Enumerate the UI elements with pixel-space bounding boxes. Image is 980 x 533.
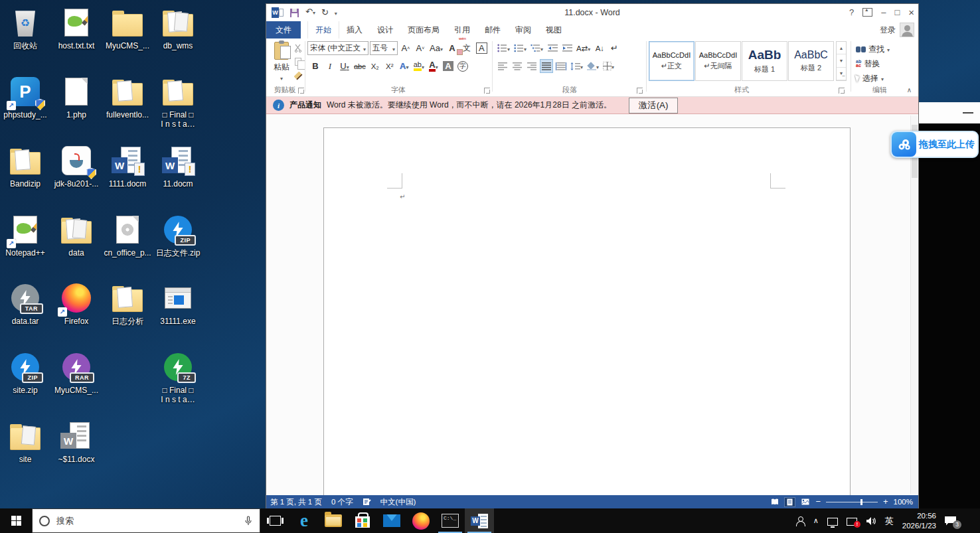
align-left-button[interactable] bbox=[496, 59, 509, 73]
desktop-icon-myucms-folder[interactable]: MyuCMS_... bbox=[102, 5, 153, 50]
people-icon[interactable] bbox=[795, 516, 805, 526]
bullets-button[interactable] bbox=[496, 41, 511, 55]
start-button[interactable] bbox=[0, 508, 32, 533]
zoom-out-button[interactable]: − bbox=[815, 498, 821, 505]
desktop-icon-notepadpp[interactable]: ↗ Notepad++ bbox=[0, 212, 50, 258]
styles-scroll-down[interactable]: ▼ bbox=[837, 54, 846, 67]
align-right-button[interactable] bbox=[525, 59, 538, 73]
desktop-icon-myucms-rar[interactable]: RAR MyuCMS_... bbox=[51, 350, 102, 395]
taskbar-clock[interactable]: 20:56 2026/1/23 bbox=[902, 511, 936, 531]
style-no-spacing[interactable]: AaBbCcDdI↵无间隔 bbox=[695, 41, 741, 81]
desktop-icon-data-tar[interactable]: TAR data.tar bbox=[0, 281, 50, 326]
find-button[interactable]: 查找 bbox=[856, 43, 890, 55]
print-layout-button[interactable] bbox=[785, 498, 795, 506]
clear-formatting-button[interactable]: A bbox=[446, 41, 459, 55]
desktop-icon-log-analysis[interactable]: 日志分析 bbox=[102, 281, 153, 326]
shading-button[interactable] bbox=[586, 59, 600, 73]
highlight-color-button[interactable]: ab bbox=[412, 59, 426, 73]
proofing-icon[interactable] bbox=[363, 498, 371, 506]
desktop-icon-data-folder[interactable]: data bbox=[51, 212, 102, 258]
paragraph-dialog-launcher[interactable] bbox=[637, 88, 643, 94]
increase-indent-button[interactable] bbox=[560, 41, 574, 55]
bold-button[interactable]: B bbox=[309, 59, 322, 73]
italic-button[interactable]: I bbox=[323, 59, 337, 73]
avatar[interactable] bbox=[900, 23, 914, 37]
desktop-icon-final-insta-7z[interactable]: 7Z □ Final □ I n s t a… bbox=[153, 350, 203, 405]
taskbar-edge[interactable]: e bbox=[289, 508, 319, 533]
tab-home[interactable]: 开始 bbox=[307, 21, 339, 38]
clipboard-dialog-launcher[interactable] bbox=[298, 88, 304, 94]
desktop-icon-final-insta-folder[interactable]: □ Final □ I n s t a… bbox=[153, 74, 203, 129]
help-button[interactable]: ? bbox=[849, 7, 854, 17]
tab-design[interactable]: 设计 bbox=[370, 21, 400, 38]
line-spacing-button[interactable] bbox=[569, 59, 584, 73]
enclose-characters-button[interactable]: 字 bbox=[456, 59, 469, 73]
shrink-font-button[interactable]: A˅ bbox=[414, 41, 427, 55]
desktop-icon-site-folder[interactable]: site bbox=[0, 419, 50, 464]
format-painter-button[interactable] bbox=[293, 70, 303, 81]
desktop-icon-1-php[interactable]: 1.php bbox=[51, 74, 102, 119]
font-name-combo[interactable]: 宋体 (中文正文 bbox=[307, 41, 368, 55]
zoom-slider[interactable] bbox=[826, 502, 878, 502]
style-heading1[interactable]: AaBb标题 1 bbox=[742, 41, 787, 81]
multilevel-list-button[interactable] bbox=[529, 41, 544, 55]
distribute-button[interactable] bbox=[554, 59, 568, 73]
network-icon[interactable] bbox=[827, 518, 838, 526]
decrease-indent-button[interactable] bbox=[546, 41, 559, 55]
maximize-button[interactable]: □ bbox=[894, 7, 900, 17]
desktop-icon-jdk-installer[interactable]: jdk-8u201-... bbox=[51, 143, 102, 189]
sign-in-link[interactable]: 登录 bbox=[880, 25, 896, 36]
word-count[interactable]: 0 个字 bbox=[331, 497, 353, 507]
collapse-ribbon-button[interactable]: ∧ bbox=[907, 86, 912, 94]
underline-button[interactable]: U bbox=[338, 59, 351, 73]
taskbar-store[interactable] bbox=[348, 508, 377, 533]
desktop-icon-temp-docx[interactable]: W ~$11.docx bbox=[51, 419, 102, 464]
replace-button[interactable]: abac 替换 bbox=[856, 58, 880, 70]
tab-file[interactable]: 文件 bbox=[266, 21, 301, 38]
strikethrough-button[interactable]: abc bbox=[353, 59, 367, 73]
tab-mailings[interactable]: 邮件 bbox=[477, 21, 508, 38]
paste-button[interactable]: 粘贴 bbox=[270, 41, 293, 88]
tab-layout[interactable]: 页面布局 bbox=[400, 21, 447, 38]
tray-chevron-icon[interactable]: ∧ bbox=[813, 516, 819, 525]
font-dialog-launcher[interactable] bbox=[484, 88, 490, 94]
taskbar-cmd[interactable]: C:\_ bbox=[436, 508, 465, 533]
style-heading2[interactable]: AaBbC标题 2 bbox=[788, 41, 834, 81]
superscript-button[interactable]: X² bbox=[383, 59, 396, 73]
desktop-icon-logs-zip[interactable]: ZIP 日志文件.zip bbox=[153, 212, 203, 258]
copy-button[interactable] bbox=[293, 56, 303, 67]
alert-icon[interactable]: ! bbox=[847, 518, 857, 526]
desktop-icon-db-wms[interactable]: db_wms bbox=[153, 5, 203, 50]
zoom-slider-thumb[interactable] bbox=[860, 499, 862, 505]
desktop-icon-1111-docm[interactable]: W ! 1111.docm bbox=[102, 143, 153, 189]
numbering-button[interactable] bbox=[513, 41, 528, 55]
align-center-button[interactable] bbox=[511, 59, 524, 73]
style-normal[interactable]: AaBbCcDdI↵正文 bbox=[649, 41, 694, 81]
select-button[interactable]: 选择 bbox=[856, 72, 884, 84]
desktop-icon-31111-exe[interactable]: 31111.exe bbox=[153, 281, 203, 326]
language-indicator[interactable]: 中文(中国) bbox=[380, 497, 416, 507]
desktop-icon-cn-office[interactable]: cn_office_p... bbox=[102, 212, 153, 258]
input-language-indicator[interactable]: 英 bbox=[885, 515, 894, 527]
speaker-icon[interactable] bbox=[866, 516, 876, 526]
tab-insert[interactable]: 插入 bbox=[339, 21, 370, 38]
minimize-button[interactable]: – bbox=[881, 7, 886, 17]
grow-font-button[interactable]: A˄ bbox=[399, 41, 412, 55]
minimized-window-bar[interactable] bbox=[919, 102, 980, 123]
read-mode-button[interactable] bbox=[770, 498, 779, 506]
zoom-in-button[interactable]: + bbox=[883, 498, 888, 505]
ribbon-display-options-button[interactable] bbox=[862, 8, 872, 17]
font-color-button[interactable]: A bbox=[427, 59, 440, 73]
styles-gallery-more[interactable]: ▼̲ bbox=[837, 68, 846, 80]
minimize-dash-icon[interactable] bbox=[963, 112, 973, 114]
styles-dialog-launcher[interactable] bbox=[839, 88, 845, 94]
task-view-button[interactable] bbox=[260, 508, 289, 533]
taskbar-word[interactable]: W bbox=[465, 508, 494, 533]
change-case-button[interactable]: Aa bbox=[428, 41, 444, 55]
taskbar-firefox[interactable] bbox=[406, 508, 436, 533]
microphone-icon[interactable] bbox=[244, 516, 253, 526]
zoom-level[interactable]: 100% bbox=[894, 498, 913, 506]
tab-view[interactable]: 视图 bbox=[538, 21, 569, 38]
desktop-icon-recycle-bin[interactable]: ♻ 回收站 bbox=[0, 5, 50, 50]
desktop-icon-firefox[interactable]: ↗ Firefox bbox=[51, 281, 102, 326]
